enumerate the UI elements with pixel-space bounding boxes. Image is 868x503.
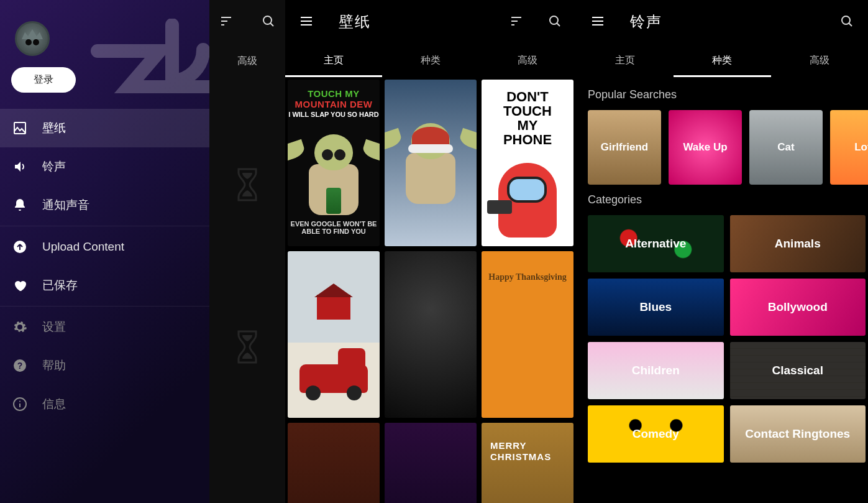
sidebar-item-saved[interactable]: 已保存: [0, 266, 209, 305]
tab-label: 高级: [810, 54, 829, 67]
thumb-text: Happy Thanksgiving: [482, 272, 573, 282]
search-icon: [547, 14, 562, 29]
info-icon: [12, 397, 27, 412]
sort-icon: [509, 14, 524, 29]
menu-button[interactable]: [294, 9, 319, 35]
sort-button[interactable]: [214, 9, 239, 35]
collapsed-pane: 高级: [209, 0, 285, 503]
menu-button[interactable]: [585, 9, 610, 35]
sidebar-item-label: 通知声音: [42, 197, 89, 213]
sidebar-item-wallpapers[interactable]: 壁纸: [0, 109, 209, 147]
tab-home[interactable]: 主页: [285, 44, 382, 77]
category-card-contact[interactable]: Contact Ringtones: [730, 405, 866, 463]
card-label: Bollywood: [768, 300, 828, 314]
category-card-classical[interactable]: Classical: [730, 342, 866, 399]
tab-home[interactable]: 主页: [577, 44, 674, 77]
svg-point-10: [263, 16, 272, 24]
wallpapers-tabs: 主页 种类 高级: [285, 44, 576, 77]
yoda-illustration: [299, 134, 368, 215]
wallpaper-thumb[interactable]: MERRYCHRISTMAS: [482, 423, 573, 503]
collapsed-toolbar: [209, 0, 285, 44]
sidebar-item-label: 信息: [42, 396, 66, 412]
popular-card-love[interactable]: Love: [830, 110, 868, 185]
sidebar-nav-primary: 壁纸 铃声 通知声音: [0, 109, 209, 224]
tab-categories[interactable]: 种类: [674, 44, 770, 77]
search-button[interactable]: [542, 9, 567, 35]
svg-text:?: ?: [17, 361, 23, 371]
wallpaper-thumb[interactable]: [385, 423, 477, 503]
wallpapers-topbar: 壁纸: [285, 0, 576, 44]
card-label: Cat: [777, 141, 794, 154]
sidebar-item-help[interactable]: ? 帮助: [0, 346, 209, 385]
wallpaper-thumb[interactable]: [385, 251, 477, 418]
card-label: Children: [632, 364, 680, 377]
tab-premium[interactable]: 高级: [771, 44, 868, 77]
ringtones-body[interactable]: Popular Searches Girlfriend Wake Up Cat …: [577, 77, 868, 503]
sidebar-nav-settings: 设置 ? 帮助 信息: [0, 308, 209, 423]
thumb-text: EVEN GOOGLE WON'T BEABLE TO FIND YOU: [288, 220, 380, 235]
divider: [0, 306, 209, 307]
thumb-text: DON'TTOUCHMYPHONE: [482, 90, 573, 147]
thumb-text: MOUNTAIN DEW: [295, 99, 373, 109]
tab-label: 种类: [712, 54, 732, 67]
category-card-children[interactable]: Children: [588, 342, 724, 399]
sidebar-item-notifications[interactable]: 通知声音: [0, 186, 209, 224]
sidebar-item-settings[interactable]: 设置: [0, 308, 209, 346]
hourglass-icon: [235, 330, 260, 364]
sort-button[interactable]: [504, 9, 529, 35]
card-label: Alternative: [625, 237, 686, 251]
hourglass-icon: [235, 168, 260, 201]
sidebar-nav-secondary: Upload Content 已保存: [0, 228, 209, 305]
section-title-categories: Categories: [588, 193, 868, 206]
sidebar-item-label: 设置: [42, 319, 66, 335]
wallpaper-thumb[interactable]: Happy Thanksgiving: [482, 251, 573, 418]
thumb-text: TOUCH MY: [308, 88, 360, 99]
search-icon: [839, 14, 854, 29]
sidebar-item-ringtones[interactable]: 铃声: [0, 147, 209, 186]
category-card-comedy[interactable]: Comedy: [588, 405, 724, 463]
zedge-logo: [85, 19, 209, 93]
sidebar-item-upload[interactable]: Upload Content: [0, 228, 209, 266]
svg-point-6: [19, 401, 21, 402]
category-card-animals[interactable]: Animals: [730, 215, 866, 272]
login-button[interactable]: 登录: [11, 67, 76, 93]
sidebar-item-label: 已保存: [42, 277, 78, 293]
wallpaper-thumb[interactable]: [288, 423, 380, 503]
wallpaper-thumb[interactable]: [385, 80, 477, 246]
popular-card-girlfriend[interactable]: Girlfriend: [588, 110, 661, 185]
divider: [0, 226, 209, 226]
card-label: Wake Up: [683, 141, 727, 154]
category-card-alternative[interactable]: Alternative: [588, 215, 724, 272]
svg-line-24: [849, 23, 852, 26]
heart-icon: [12, 278, 27, 293]
wallpaper-thumb[interactable]: TOUCH MYMOUNTAIN DEW I WILL SLAP YOU SO …: [288, 80, 380, 246]
bell-icon: [12, 198, 27, 213]
search-button[interactable]: [834, 9, 859, 35]
collapsed-tab[interactable]: 高级: [209, 44, 285, 78]
wallpaper-grid[interactable]: TOUCH MYMOUNTAIN DEW I WILL SLAP YOU SO …: [285, 77, 576, 503]
page-title: 壁纸: [339, 12, 371, 32]
popular-card-wakeup[interactable]: Wake Up: [669, 110, 742, 185]
tab-categories[interactable]: 种类: [382, 44, 479, 77]
sidebar-item-label: Upload Content: [42, 240, 124, 254]
wallpaper-thumb[interactable]: [288, 251, 380, 418]
search-button[interactable]: [256, 9, 281, 35]
wallpaper-thumb[interactable]: DON'TTOUCHMYPHONE: [482, 80, 573, 246]
card-label: Animals: [775, 237, 821, 251]
category-card-bollywood[interactable]: Bollywood: [730, 279, 866, 336]
page-title: 铃声: [630, 12, 662, 32]
sidebar-item-info[interactable]: 信息: [0, 385, 209, 423]
collapsed-body: [235, 78, 260, 503]
popular-searches-row[interactable]: Girlfriend Wake Up Cat Love: [588, 110, 868, 185]
image-icon: [12, 121, 27, 136]
svg-point-18: [550, 16, 558, 24]
card-label: Contact Ringtones: [745, 427, 850, 441]
category-card-blues[interactable]: Blues: [588, 279, 724, 336]
sidebar-item-label: 帮助: [42, 358, 66, 374]
sidebar-item-label: 铃声: [42, 159, 66, 175]
avatar[interactable]: [15, 21, 50, 56]
popular-card-cat[interactable]: Cat: [749, 110, 823, 185]
tab-label: 主页: [615, 54, 635, 67]
upload-icon: [12, 239, 27, 254]
tab-premium[interactable]: 高级: [479, 44, 576, 77]
